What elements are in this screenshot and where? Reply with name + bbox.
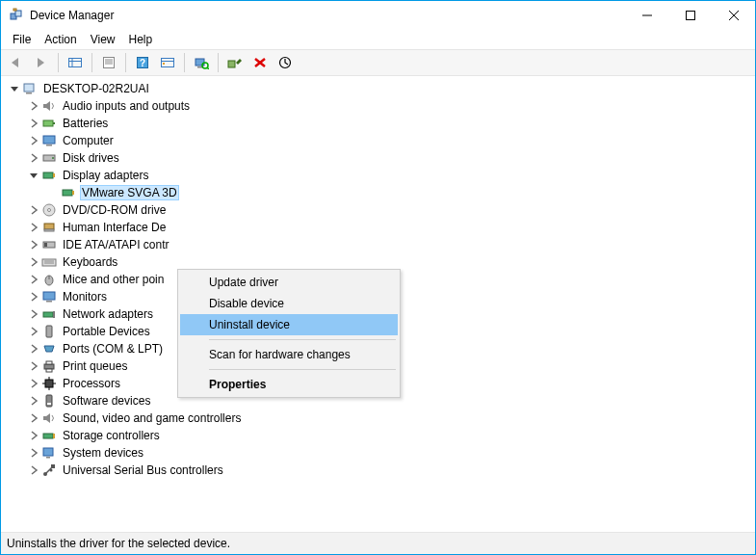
tree-label: Monitors: [61, 290, 109, 304]
tree-device-vmware-svga[interactable]: VMware SVGA 3D: [3, 184, 753, 201]
tree-category-batteries[interactable]: Batteries: [3, 115, 753, 132]
maximize-button[interactable]: [668, 1, 712, 30]
svg-rect-28: [26, 92, 32, 94]
svg-point-34: [52, 157, 54, 159]
tree-category-ide[interactable]: IDE ATA/ATAPI contr: [3, 236, 753, 253]
window-title: Device Manager: [30, 9, 114, 22]
chevron-right-icon[interactable]: [26, 98, 41, 114]
show-hide-tree-button[interactable]: [64, 51, 87, 74]
menu-file[interactable]: File: [7, 31, 37, 48]
disable-button[interactable]: [274, 51, 297, 74]
svg-rect-58: [45, 380, 53, 387]
portable-icon: [41, 324, 57, 339]
svg-text:?: ?: [140, 58, 145, 68]
chevron-right-icon[interactable]: [26, 324, 41, 339]
svg-rect-41: [44, 224, 54, 229]
tree-category-diskdrives[interactable]: Disk drives: [3, 149, 753, 167]
battery-icon: [41, 116, 57, 131]
tree-label: Software devices: [61, 394, 152, 408]
display-adapter-icon: [61, 185, 76, 200]
menu-action[interactable]: Action: [39, 31, 82, 48]
help-button[interactable]: ?: [131, 51, 154, 74]
tree-category-system[interactable]: System devices: [3, 444, 753, 462]
svg-rect-37: [63, 190, 72, 196]
tree-category-usb[interactable]: Universal Serial Bus controllers: [3, 462, 753, 479]
chevron-right-icon[interactable]: [26, 341, 41, 357]
close-button[interactable]: [712, 1, 755, 30]
tree-category-audio[interactable]: Audio inputs and outputs: [3, 97, 753, 115]
tree-category-display[interactable]: Display adapters: [3, 167, 753, 184]
scan-hardware-button[interactable]: [190, 51, 213, 74]
chevron-right-icon[interactable]: [26, 445, 41, 461]
svg-rect-63: [46, 395, 52, 407]
svg-rect-51: [46, 301, 52, 303]
tree-category-sound[interactable]: Sound, video and game controllers: [3, 410, 753, 427]
monitor-icon: [41, 289, 57, 304]
context-menu-properties[interactable]: Properties: [180, 374, 398, 395]
ide-icon: [41, 237, 57, 252]
svg-rect-32: [46, 145, 52, 146]
chevron-right-icon[interactable]: [26, 428, 41, 443]
tree-label: Ports (COM & LPT): [61, 342, 165, 356]
chevron-right-icon[interactable]: [26, 220, 41, 235]
chevron-right-icon[interactable]: [26, 150, 41, 166]
chevron-right-icon[interactable]: [26, 462, 41, 478]
device-manager-window: Device Manager File Action View Help ?: [0, 0, 756, 555]
svg-rect-1: [15, 11, 21, 16]
chevron-right-icon[interactable]: [26, 358, 41, 374]
chevron-right-icon[interactable]: [26, 116, 41, 131]
context-menu-uninstall-device[interactable]: Uninstall device: [180, 314, 398, 335]
tree-category-dvd[interactable]: DVD/CD-ROM drive: [3, 201, 753, 219]
tree-label: Batteries: [61, 117, 110, 130]
chevron-right-icon[interactable]: [26, 272, 41, 287]
menu-view[interactable]: View: [85, 31, 121, 48]
tree-root[interactable]: DESKTOP-02R2UAI: [3, 80, 753, 97]
context-menu-disable-device[interactable]: Disable device: [180, 293, 398, 314]
chevron-right-icon[interactable]: [26, 410, 41, 426]
svg-rect-42: [44, 229, 54, 231]
uninstall-button[interactable]: [248, 51, 272, 74]
tree-label: Disk drives: [61, 151, 121, 165]
chevron-right-icon[interactable]: [26, 306, 41, 322]
svg-rect-10: [104, 58, 115, 68]
chevron-right-icon[interactable]: [26, 376, 41, 391]
tree-label: Storage controllers: [61, 429, 162, 442]
svg-rect-53: [53, 311, 55, 318]
device-manager-icon: [9, 8, 24, 23]
tree-category-computer[interactable]: Computer: [3, 132, 753, 149]
context-menu: Update driver Disable device Uninstall d…: [177, 269, 401, 398]
context-menu-update-driver[interactable]: Update driver: [180, 272, 398, 293]
tree-category-hid[interactable]: Human Interface De: [3, 219, 753, 236]
properties-button[interactable]: [97, 51, 120, 74]
keyboard-icon: [41, 254, 57, 270]
chevron-right-icon[interactable]: [26, 393, 41, 409]
device-tree-pane[interactable]: DESKTOP-02R2UAI Audio inputs and outputs…: [1, 76, 755, 532]
menu-help[interactable]: Help: [123, 31, 159, 48]
svg-rect-20: [197, 66, 202, 68]
chevron-down-icon[interactable]: [26, 168, 41, 183]
tree-label: DVD/CD-ROM drive: [61, 203, 168, 217]
tree-label: Audio inputs and outputs: [61, 99, 192, 113]
chevron-right-icon[interactable]: [26, 133, 41, 148]
minimize-button[interactable]: [625, 1, 668, 30]
svg-rect-44: [44, 243, 47, 247]
back-button[interactable]: [5, 51, 28, 74]
chevron-right-icon[interactable]: [26, 202, 41, 218]
chevron-right-icon[interactable]: [26, 237, 41, 252]
svg-rect-52: [43, 312, 53, 317]
chevron-right-icon[interactable]: [26, 289, 41, 304]
update-driver-button[interactable]: [223, 51, 247, 74]
svg-rect-36: [53, 173, 55, 177]
tree-label: IDE ATA/ATAPI contr: [61, 238, 170, 251]
toolbar-separator: [125, 53, 126, 72]
forward-button[interactable]: [30, 51, 53, 74]
context-menu-scan-hardware[interactable]: Scan for hardware changes: [180, 344, 398, 365]
expander-empty: [45, 185, 61, 200]
svg-rect-55: [44, 364, 54, 369]
chevron-down-icon[interactable]: [7, 81, 22, 96]
action-list-button[interactable]: [156, 51, 179, 74]
tree-category-storage[interactable]: Storage controllers: [3, 427, 753, 444]
sound-icon: [41, 410, 57, 426]
chevron-right-icon[interactable]: [26, 254, 41, 270]
system-icon: [41, 445, 57, 461]
